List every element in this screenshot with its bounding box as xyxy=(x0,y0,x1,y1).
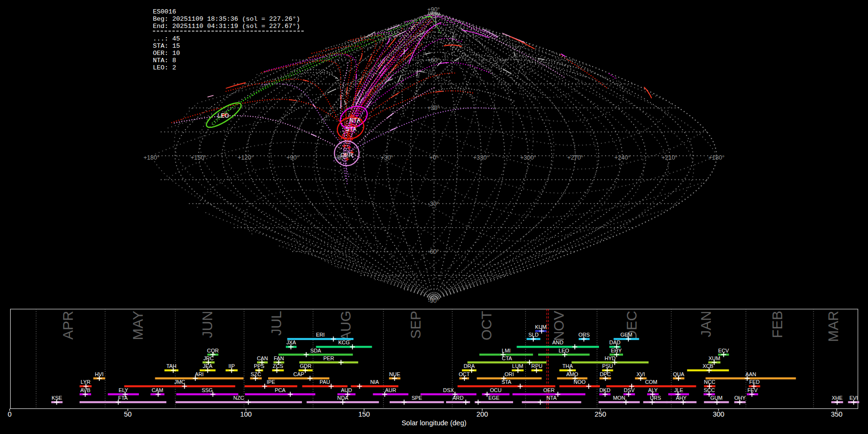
svg-text:200: 200 xyxy=(476,410,488,418)
svg-text:FEB: FEB xyxy=(770,311,785,338)
svg-text:AMO: AMO xyxy=(566,371,578,377)
svg-text:250: 250 xyxy=(595,410,606,418)
svg-text:Beg: 20251109 18:35:36 (sol =: Beg: 20251109 18:35:36 (sol = 227.26°) xyxy=(153,15,300,23)
svg-text:MAR: MAR xyxy=(826,311,841,342)
svg-text:RPU: RPU xyxy=(531,363,542,369)
svg-text:OER: OER xyxy=(543,387,555,393)
svg-text:...: 45: ...: 45 xyxy=(153,35,180,42)
svg-text:DAD: DAD xyxy=(610,339,621,345)
svg-text:0: 0 xyxy=(8,410,12,418)
svg-text:150: 150 xyxy=(358,410,370,418)
svg-text:OCT: OCT xyxy=(479,311,494,340)
svg-text:+330°: +330° xyxy=(473,154,489,161)
svg-text:-90°: -90° xyxy=(428,298,439,304)
svg-text:PSU: PSU xyxy=(602,363,613,369)
svg-text:GEM: GEM xyxy=(620,332,632,338)
svg-text:IPE: IPE xyxy=(267,379,275,385)
svg-text:SPE: SPE xyxy=(411,395,422,401)
svg-text:SSG: SSG xyxy=(202,387,213,393)
svg-text:ARI: ARI xyxy=(195,371,203,377)
svg-text:CAM: CAM xyxy=(151,387,163,393)
svg-text:End: 20251110 04:31:19 (sol =: End: 20251110 04:31:19 (sol = 227.67°) xyxy=(153,23,300,30)
svg-text:XCB: XCB xyxy=(703,363,713,369)
svg-text:AUG: AUG xyxy=(338,311,353,341)
svg-text:JXA: JXA xyxy=(286,339,297,345)
svg-text:JUN: JUN xyxy=(200,311,215,338)
svg-text:+90°: +90° xyxy=(427,6,440,13)
svg-text:+30°: +30° xyxy=(380,154,393,161)
svg-text:ZCS: ZCS xyxy=(273,363,284,369)
svg-text:50: 50 xyxy=(124,410,132,418)
svg-text:JMC: JMC xyxy=(175,379,186,385)
svg-text:OCU: OCU xyxy=(490,387,502,393)
svg-text:CTA: CTA xyxy=(502,355,513,361)
svg-text:+60°: +60° xyxy=(427,57,440,64)
svg-text:+150°: +150° xyxy=(190,154,206,161)
svg-text:SZC: SZC xyxy=(251,371,261,377)
svg-text:+300°: +300° xyxy=(520,154,536,161)
svg-text:LEO: 2: LEO: 2 xyxy=(153,64,176,71)
svg-text:350: 350 xyxy=(831,410,842,418)
svg-text:NTA: NTA xyxy=(349,117,360,124)
svg-text:-60°: -60° xyxy=(428,248,439,255)
svg-text:+0°: +0° xyxy=(429,154,438,161)
svg-text:DSX: DSX xyxy=(443,387,454,393)
svg-text:ALY: ALY xyxy=(648,387,658,393)
svg-text:+210°: +210° xyxy=(662,154,678,161)
svg-text:ARD: ARD xyxy=(452,395,463,401)
svg-text:SDA: SDA xyxy=(310,348,321,353)
svg-text:STA: STA xyxy=(502,379,512,385)
svg-text:NTA: NTA xyxy=(546,395,557,401)
svg-text:PCA: PCA xyxy=(275,387,286,393)
svg-text:300: 300 xyxy=(713,410,724,418)
svg-text:NTA: 8: NTA: 8 xyxy=(153,57,176,64)
svg-text:NIA: NIA xyxy=(370,379,380,385)
svg-text:THA: THA xyxy=(562,363,573,369)
svg-text:PER: PER xyxy=(323,355,334,361)
svg-text:COM: COM xyxy=(645,379,657,385)
svg-text:NZC: NZC xyxy=(233,395,244,401)
svg-text:HYD: HYD xyxy=(605,355,616,361)
svg-text:OER: 10: OER: 10 xyxy=(153,50,180,57)
svg-text:AHY: AHY xyxy=(676,395,687,401)
svg-text:NOV: NOV xyxy=(551,311,567,341)
svg-text:JLE: JLE xyxy=(674,387,683,393)
svg-text:DSV: DSV xyxy=(624,387,635,393)
svg-text:PAU: PAU xyxy=(320,379,330,385)
svg-text:FTA: FTA xyxy=(118,395,128,401)
svg-text:JUL: JUL xyxy=(269,311,284,336)
svg-text:ORI: ORI xyxy=(504,371,514,377)
svg-text:LEO: LEO xyxy=(558,348,569,353)
svg-text:TAH: TAH xyxy=(166,363,176,369)
svg-text:URS: URS xyxy=(650,395,661,401)
svg-text:AUR: AUR xyxy=(385,387,396,393)
svg-text:MON: MON xyxy=(613,395,625,401)
svg-text:100: 100 xyxy=(240,410,252,418)
svg-text:+180°: +180° xyxy=(144,154,160,161)
svg-text:FEV: FEV xyxy=(747,387,758,393)
svg-text:+270°: +270° xyxy=(567,154,583,161)
svg-text:GUM: GUM xyxy=(710,395,722,401)
svg-text:+240°: +240° xyxy=(614,154,630,161)
svg-text:ELY: ELY xyxy=(119,387,129,393)
svg-text:DRA: DRA xyxy=(463,363,475,369)
svg-text:ERI: ERI xyxy=(316,332,325,338)
svg-text:ES0016: ES0016 xyxy=(153,8,176,15)
svg-text:+60°: +60° xyxy=(334,154,346,161)
svg-text:Solar longitude (deg): Solar longitude (deg) xyxy=(402,419,467,427)
svg-text:CAP: CAP xyxy=(293,371,304,377)
svg-text:LEO: LEO xyxy=(217,112,229,119)
svg-text:+180°: +180° xyxy=(708,154,724,161)
svg-text:KUM: KUM xyxy=(535,324,546,330)
svg-text:+120°: +120° xyxy=(238,154,254,161)
svg-text:MAY: MAY xyxy=(130,311,146,340)
svg-text:STA: STA xyxy=(346,126,356,133)
svg-text:NOO: NOO xyxy=(574,379,586,385)
svg-text:EGE: EGE xyxy=(488,395,500,401)
svg-text:AND: AND xyxy=(552,339,563,345)
svg-text:AUD: AUD xyxy=(341,387,352,393)
svg-text:APR: APR xyxy=(60,311,76,340)
svg-text:SEP: SEP xyxy=(408,311,423,339)
svg-text:STA: 15: STA: 15 xyxy=(153,42,180,50)
svg-text:KCG: KCG xyxy=(339,339,350,345)
